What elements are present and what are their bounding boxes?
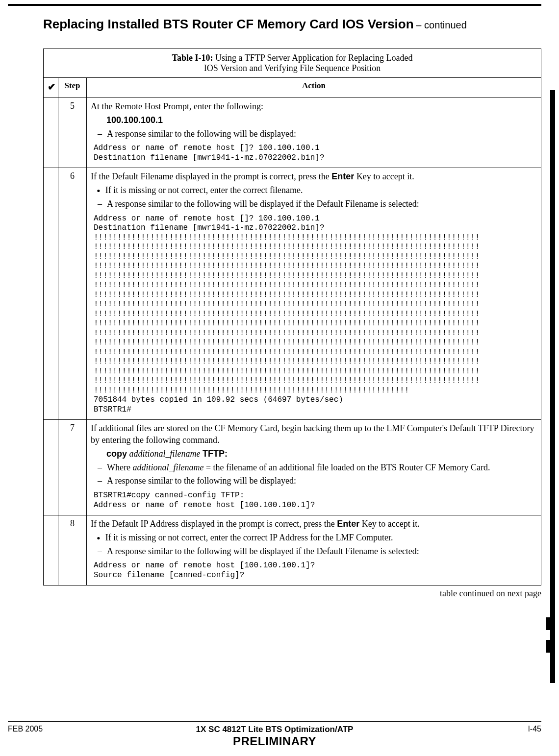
page-footer: FEB 2005 1X SC 4812T Lite BTS Optimizati… xyxy=(8,721,541,748)
key-name: Enter xyxy=(331,171,354,181)
table-caption-line1: Using a TFTP Server Application for Repl… xyxy=(215,53,412,63)
table-row: 5 At the Remote Host Prompt, enter the f… xyxy=(44,98,541,168)
step-number: 5 xyxy=(58,98,87,168)
bullet-icon: • xyxy=(97,535,101,547)
page-title: Replacing Installed BTS Router CF Memory… xyxy=(43,17,414,31)
table-row: 7 If additional files are stored on the … xyxy=(44,420,541,515)
step-lead: If additional files are stored on the CF… xyxy=(91,423,537,446)
dash-icon: – xyxy=(98,546,102,558)
footer-preliminary: PRELIMINARY xyxy=(196,734,354,748)
dash-post: = the filename of an additional file loa… xyxy=(203,463,490,472)
step-dash-text: A response similar to the following will… xyxy=(107,198,537,210)
footer-doc-title: 1X SC 4812T Lite BTS Optimization/ATP xyxy=(196,725,354,734)
step-bullet-text: If it is missing or not correct, enter t… xyxy=(105,185,303,196)
footer-page-number: I-45 xyxy=(358,725,541,733)
table-continued-note: table continued on next page xyxy=(43,588,541,599)
footer-date: FEB 2005 xyxy=(8,725,191,733)
step-console-output: Address or name of remote host []? 100.1… xyxy=(94,144,537,163)
step-lead-pre: If the Default Filename displayed in the… xyxy=(91,171,331,181)
table-caption-prefix: Table I-10: xyxy=(172,53,215,63)
step-console-output: Address or name of remote host [100.100.… xyxy=(94,561,537,580)
step-dash-text: A response similar to the following will… xyxy=(107,475,537,487)
check-cell xyxy=(44,98,58,168)
procedure-table: Table I-10: Using a TFTP Server Applicat… xyxy=(43,49,541,585)
step-command: 100.100.100.1 xyxy=(106,115,163,125)
key-name: Enter xyxy=(337,519,359,529)
cmd-arg: additional_filename xyxy=(127,449,203,459)
step-console-output: BTSRTR1#copy canned-config TFTP: Address… xyxy=(94,491,537,510)
dash-icon: – xyxy=(98,128,102,140)
step-number: 6 xyxy=(58,168,87,420)
step-command: copy additional_filename TFTP: xyxy=(106,448,537,460)
table-caption: Table I-10: Using a TFTP Server Applicat… xyxy=(44,49,541,78)
col-header-step: Step xyxy=(58,78,87,98)
step-lead-post: Key to accept it. xyxy=(354,171,414,181)
table-row: 6 If the Default Filename displayed in t… xyxy=(44,168,541,420)
check-cell xyxy=(44,420,58,515)
col-header-action: Action xyxy=(87,78,541,98)
dash-icon: – xyxy=(98,198,102,210)
step-lead-post: Key to accept it. xyxy=(359,519,419,529)
step-number: 7 xyxy=(58,420,87,515)
footer-center: 1X SC 4812T Lite BTS Optimization/ATP PR… xyxy=(196,725,354,748)
col-header-check: ✔ xyxy=(44,78,58,98)
table-caption-line2: IOS Version and Verifying File Sequence … xyxy=(204,63,381,73)
table-row: 8 If the Default IP Address displayed in… xyxy=(44,515,541,585)
dash-icon: – xyxy=(98,475,102,487)
check-cell xyxy=(44,168,58,420)
step-lead: If the Default Filename displayed in the… xyxy=(91,171,537,183)
dash-ital: additional_filename xyxy=(132,463,203,472)
change-bar xyxy=(550,90,555,683)
step-console-output: Address or name of remote host []? 100.1… xyxy=(94,214,537,415)
bullet-icon: • xyxy=(97,188,101,199)
action-cell: If the Default IP Address displayed in t… xyxy=(87,515,541,585)
dash-pre: Where xyxy=(107,463,132,472)
page-title-line: Replacing Installed BTS Router CF Memory… xyxy=(43,17,541,32)
action-cell: If the Default Filename displayed in the… xyxy=(87,168,541,420)
dash-icon: – xyxy=(98,462,102,474)
step-number: 8 xyxy=(58,515,87,585)
step-lead-pre: If the Default IP Address displayed in t… xyxy=(91,519,337,529)
step-dash-text: A response similar to the following will… xyxy=(107,128,537,140)
tab-label: I xyxy=(546,630,555,640)
step-dash-text: Where additional_filename = the filename… xyxy=(107,462,537,474)
top-rule xyxy=(8,4,541,6)
tab-block-top xyxy=(546,617,555,630)
cmd-copy: copy xyxy=(106,449,127,459)
action-cell: If additional files are stored on the CF… xyxy=(87,420,541,515)
cmd-tftp: TFTP: xyxy=(203,449,228,459)
check-cell xyxy=(44,515,58,585)
tab-block-bottom xyxy=(546,640,555,653)
action-cell: At the Remote Host Prompt, enter the fol… xyxy=(87,98,541,168)
section-tab: I xyxy=(546,617,555,653)
step-dash-text: A response similar to the following will… xyxy=(107,546,537,558)
step-lead: If the Default IP Address displayed in t… xyxy=(91,518,537,530)
step-lead: At the Remote Host Prompt, enter the fol… xyxy=(91,101,537,113)
page-title-continued: – continued xyxy=(416,20,466,30)
step-bullet-text: If it is missing or not correct, enter t… xyxy=(105,532,393,544)
